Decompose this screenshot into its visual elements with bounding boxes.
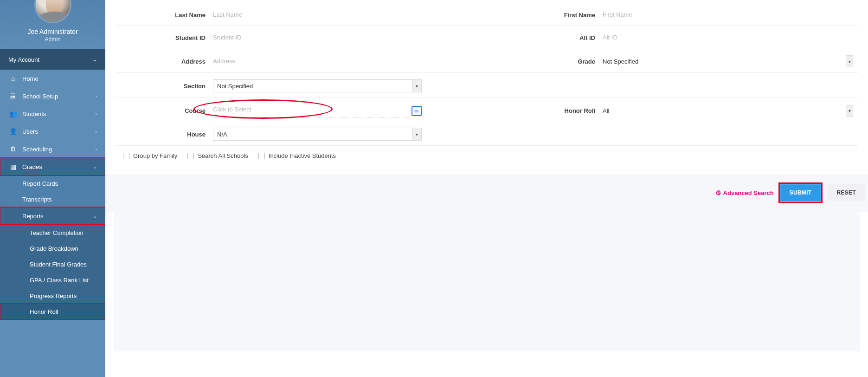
reports-progress-reports[interactable]: Progress Reports (0, 288, 105, 304)
house-value: N/A (217, 131, 227, 138)
profile-block: Joe Administrator Admin (0, 0, 105, 49)
section-label: Section (116, 83, 213, 90)
group-by-family-label: Group by Family (133, 152, 177, 159)
sub-transcripts-label: Transcripts (22, 196, 52, 203)
nav-home[interactable]: ⌂ Home (0, 70, 105, 87)
reports-gpa-class-rank[interactable]: GPA / Class Rank List (0, 272, 105, 288)
chevron-down-icon: ⌄ (93, 213, 97, 219)
first-name-label: First Name (440, 12, 603, 19)
sub-reports-label: Reports (22, 213, 44, 220)
reports-progress-reports-label: Progress Reports (30, 292, 77, 299)
reports-gpa-class-rank-label: GPA / Class Rank List (30, 277, 89, 284)
reports-honor-roll[interactable]: Honor Roll (0, 304, 105, 319)
reports-teacher-completion-label: Teacher Completion (30, 229, 84, 236)
section-value: Not Specified (217, 83, 253, 90)
chevron-down-icon: ▾ (412, 80, 421, 92)
alt-id-label: Alt ID (440, 34, 603, 41)
honor-roll-select[interactable]: All ▾ (603, 104, 858, 117)
reset-button[interactable]: RESET (827, 184, 865, 201)
home-icon: ⌂ (8, 75, 18, 82)
grade-select[interactable]: Not Specified ▾ (603, 55, 858, 68)
my-account-label: My Account (8, 56, 39, 63)
my-account-menu[interactable]: My Account ⌄ (0, 49, 105, 70)
nav: ⌂ Home 🏛 School Setup › 👥 Students › 👤 U… (0, 70, 105, 319)
chevron-right-icon: › (95, 111, 97, 117)
reports-grade-breakdown-label: Grade Breakdown (30, 245, 78, 252)
chevron-down-icon: ▾ (846, 55, 853, 67)
nav-scheduling[interactable]: 🗓 Scheduling › (0, 140, 105, 158)
chart-icon: ▦ (8, 163, 18, 170)
honor-roll-label: Honor Roll (440, 107, 603, 114)
checkbox-icon (258, 153, 265, 159)
house-label: House (116, 131, 213, 138)
include-inactive-checkbox[interactable]: Include Inactive Students (258, 152, 336, 159)
sidebar: Joe Administrator Admin My Account ⌄ ⌂ H… (0, 0, 105, 377)
grade-value: Not Specified (603, 58, 638, 65)
reports-student-final-grades[interactable]: Student Final Grades (0, 256, 105, 272)
chevron-right-icon: › (95, 129, 97, 134)
course-input[interactable] (213, 104, 408, 115)
calendar-icon: 🗓 (8, 145, 18, 153)
include-inactive-label: Include Inactive Students (269, 152, 336, 159)
nav-students-label: Students (22, 110, 46, 117)
sub-report-cards-label: Report Cards (22, 180, 58, 187)
empty-area (114, 212, 860, 351)
nav-home-label: Home (22, 75, 39, 82)
chevron-right-icon: › (95, 146, 97, 152)
course-label: Course (116, 107, 213, 114)
submit-button[interactable]: SUBMIT (780, 184, 821, 201)
last-name-input[interactable] (213, 9, 422, 20)
address-label: Address (116, 58, 213, 65)
checkbox-icon (123, 153, 129, 159)
user-icon: 👤 (8, 128, 18, 135)
advanced-search-label: Advanced Search (723, 189, 774, 196)
chevron-down-icon: ⌄ (92, 56, 97, 63)
course-picker-button[interactable]: ≣ (411, 106, 422, 116)
nav-school-setup[interactable]: 🏛 School Setup › (0, 87, 105, 105)
last-name-label: Last Name (116, 12, 213, 19)
chevron-down-icon: ▾ (846, 105, 853, 117)
grade-label: Grade (440, 58, 603, 65)
reports-teacher-completion[interactable]: Teacher Completion (0, 225, 105, 240)
nav-grades-label: Grades (22, 163, 42, 170)
chevron-right-icon: › (95, 93, 97, 99)
house-select[interactable]: N/A ▾ (213, 128, 422, 141)
student-id-input[interactable] (213, 32, 422, 43)
building-icon: 🏛 (8, 92, 18, 100)
nav-students[interactable]: 👥 Students › (0, 105, 105, 123)
nav-school-setup-label: School Setup (22, 93, 58, 100)
gear-icon: ⚙ (715, 189, 721, 196)
address-input[interactable] (213, 56, 422, 67)
sub-transcripts[interactable]: Transcripts (0, 191, 105, 207)
nav-users[interactable]: 👤 Users › (0, 123, 105, 140)
honor-roll-value: All (603, 107, 609, 114)
checkbox-icon (187, 153, 194, 159)
avatar[interactable] (34, 0, 71, 23)
reports-student-final-grades-label: Student Final Grades (30, 261, 87, 268)
chevron-down-icon: ▾ (412, 128, 421, 140)
nav-scheduling-label: Scheduling (22, 146, 52, 153)
chevron-down-icon: ⌄ (93, 164, 97, 170)
reports-honor-roll-label: Honor Roll (30, 308, 58, 315)
reports-grade-breakdown[interactable]: Grade Breakdown (0, 240, 105, 256)
sub-report-cards[interactable]: Report Cards (0, 176, 105, 191)
search-all-schools-checkbox[interactable]: Search All Schools (187, 152, 248, 159)
alt-id-input[interactable] (603, 32, 858, 43)
search-form: Last Name First Name Student ID Alt ID (114, 0, 860, 212)
search-all-schools-label: Search All Schools (198, 152, 248, 159)
nav-users-label: Users (22, 128, 38, 135)
profile-name: Joe Administrator (5, 28, 101, 35)
people-icon: 👥 (8, 110, 18, 117)
main-content: Last Name First Name Student ID Alt ID (105, 0, 868, 377)
nav-grades[interactable]: ▦ Grades ⌄ (0, 158, 105, 176)
student-id-label: Student ID (116, 34, 213, 41)
sub-reports[interactable]: Reports ⌄ (0, 207, 105, 225)
advanced-search-link[interactable]: ⚙ Advanced Search (715, 189, 774, 196)
first-name-input[interactable] (603, 9, 858, 20)
profile-role: Admin (5, 36, 101, 43)
section-select[interactable]: Not Specified ▾ (213, 79, 422, 92)
group-by-family-checkbox[interactable]: Group by Family (123, 152, 177, 159)
list-icon: ≣ (414, 108, 419, 114)
